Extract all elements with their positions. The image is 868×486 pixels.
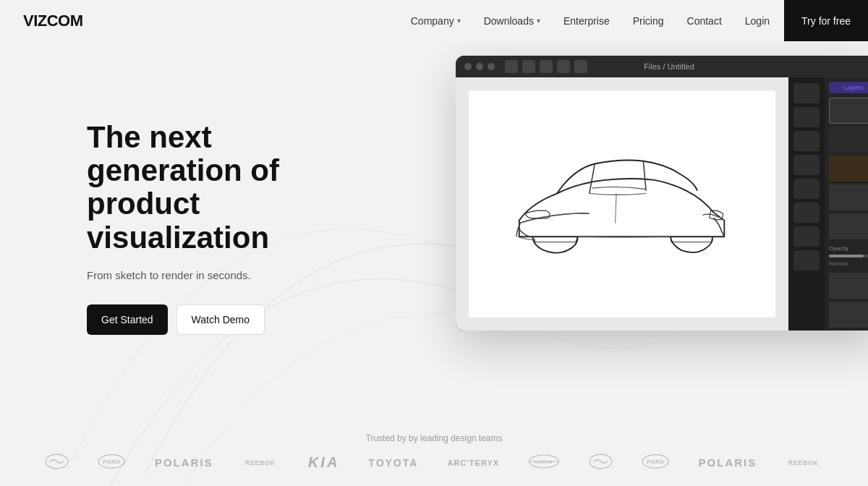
layer-item-6[interactable] — [829, 273, 868, 299]
brand-hyundai-1 — [45, 453, 69, 472]
sidebar-tool-1[interactable] — [793, 83, 820, 103]
brand-hyundai-2 — [589, 453, 613, 472]
layer-item-2[interactable] — [829, 127, 868, 153]
layer-tool-icon[interactable] — [574, 60, 587, 73]
get-started-button[interactable]: Get Started — [87, 304, 168, 335]
sidebar-tool-6[interactable] — [793, 202, 820, 223]
brand-reebok-2: Reebok — [786, 453, 822, 472]
hero-subtitle: From sketch to render in seconds. — [87, 269, 347, 281]
opacity-section: Opacity Normal — [829, 245, 868, 267]
sidebar-tool-2[interactable] — [793, 107, 820, 127]
sidebar-tool-4[interactable] — [793, 155, 820, 175]
layer-item-4[interactable] — [829, 184, 868, 210]
nav-company[interactable]: Company ▾ — [402, 9, 469, 33]
navbar: VIZCOM Company ▾ Downloads ▾ Enterprise … — [0, 0, 868, 41]
opacity-fill — [829, 255, 864, 257]
brand-polaris-2: POLARIS — [699, 456, 757, 469]
layers-panel: Layers Opacity Normal — [825, 77, 868, 331]
trusted-section: Trusted by by leading design teams Ford … — [0, 433, 868, 472]
layer-item-1[interactable] — [829, 98, 868, 124]
window-control-maximize[interactable] — [488, 63, 495, 70]
watch-demo-button[interactable]: Watch Demo — [176, 304, 265, 335]
blend-mode-label: Normal — [829, 260, 868, 267]
app-preview: Files / Untitled — [456, 56, 868, 331]
trusted-label: Trusted by by leading design teams — [0, 433, 868, 443]
canvas-inner — [469, 90, 775, 317]
nav-downloads[interactable]: Downloads ▾ — [475, 9, 549, 33]
brand-kia-1: KIA — [308, 454, 339, 471]
chevron-down-icon: ▾ — [537, 17, 540, 25]
app-body: Layers Opacity Normal — [456, 77, 868, 331]
brand-nissan-1: NISSAN — [528, 453, 560, 472]
opacity-label: Opacity — [829, 245, 868, 252]
try-free-button[interactable]: Try for free — [784, 0, 868, 41]
svg-text:NISSAN: NISSAN — [535, 460, 553, 464]
hero-section: The next generation of product visualiza… — [0, 41, 868, 486]
pencil-tool-icon[interactable] — [505, 60, 518, 73]
window-control-minimize[interactable] — [476, 63, 483, 70]
brand-ford-1: Ford — [98, 453, 126, 472]
svg-text:Reebok: Reebok — [788, 459, 819, 466]
hero-title: The next generation of product visualiza… — [87, 121, 347, 255]
chevron-down-icon: ▾ — [457, 17, 461, 25]
opacity-slider[interactable] — [829, 255, 868, 257]
svg-text:Reebok: Reebok — [244, 459, 275, 466]
brand-toyota-1: TOYOTA — [368, 457, 418, 469]
canvas-area[interactable] — [456, 77, 788, 331]
brand-polaris-1: POLARIS — [155, 456, 213, 469]
sidebar-tool-7[interactable] — [793, 226, 820, 247]
sidebar-tool-5[interactable] — [793, 179, 820, 199]
file-name: Files / Untitled — [644, 62, 694, 71]
hero-text-block: The next generation of product visualiza… — [87, 70, 347, 335]
app-right-sidebar — [788, 77, 825, 331]
brand-ford-2: Ford — [642, 453, 670, 472]
layers-header-label[interactable]: Layers — [829, 82, 868, 93]
sidebar-tool-3[interactable] — [793, 131, 820, 151]
shape-tool-icon[interactable] — [540, 60, 553, 73]
svg-text:Ford: Ford — [103, 459, 121, 465]
brush-tool-icon[interactable] — [522, 60, 535, 73]
svg-text:Ford: Ford — [647, 459, 664, 465]
brand-reebok-1: Reebok — [242, 453, 279, 472]
select-tool-icon[interactable] — [557, 60, 570, 73]
nav-enterprise[interactable]: Enterprise — [555, 9, 618, 33]
logo[interactable]: VIZCOM — [23, 12, 83, 30]
hero-buttons: Get Started Watch Demo — [87, 304, 347, 335]
nav-login[interactable]: Login — [736, 9, 778, 33]
brand-arcteryx-1: ARC'TERYX — [447, 459, 499, 467]
nav-contact[interactable]: Contact — [678, 9, 731, 33]
sidebar-tool-8[interactable] — [793, 250, 820, 270]
brand-logo-strip: Ford POLARIS Reebok KIA TOYOTA ARC'TERYX… — [0, 453, 868, 472]
layer-item-7[interactable] — [829, 302, 868, 328]
car-sketch-image — [487, 129, 757, 280]
window-control-close[interactable] — [464, 63, 472, 70]
nav-pricing[interactable]: Pricing — [624, 9, 673, 33]
layer-item-5[interactable] — [829, 213, 868, 239]
toolbar-tools — [505, 60, 587, 73]
layer-item-3[interactable] — [829, 155, 868, 182]
nav-links: Company ▾ Downloads ▾ Enterprise Pricing… — [402, 0, 868, 41]
app-titlebar: Files / Untitled — [456, 56, 868, 77]
